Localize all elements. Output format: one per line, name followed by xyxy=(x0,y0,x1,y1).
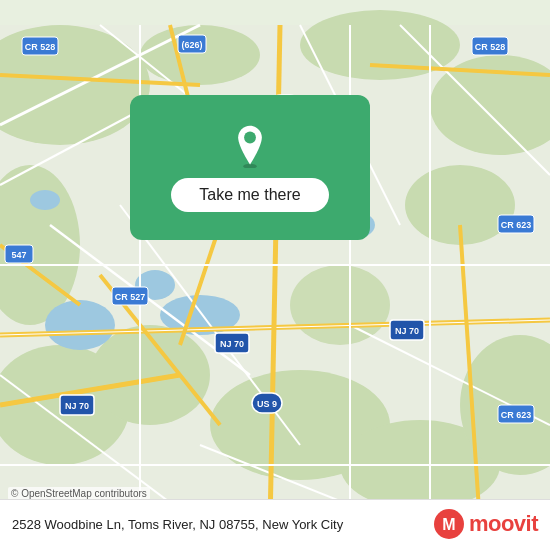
svg-point-16 xyxy=(30,190,60,210)
svg-point-12 xyxy=(290,265,390,345)
moovit-logo-icon: M xyxy=(433,508,465,540)
moovit-logo: M moovit xyxy=(433,508,538,540)
map-background: CR 528 CR 528 (626) US 9 NJ 70 NJ 70 NJ … xyxy=(0,0,550,550)
svg-text:547: 547 xyxy=(11,250,26,260)
svg-text:CR 527: CR 527 xyxy=(115,292,146,302)
svg-text:US 9: US 9 xyxy=(257,399,277,409)
take-me-there-button[interactable]: Take me there xyxy=(171,178,328,212)
svg-text:CR 528: CR 528 xyxy=(475,42,506,52)
svg-text:CR 623: CR 623 xyxy=(501,220,532,230)
svg-text:(626): (626) xyxy=(181,40,202,50)
address-label: 2528 Woodbine Ln, Toms River, NJ 08755, … xyxy=(12,517,433,532)
credit-text: © OpenStreetMap contributors xyxy=(11,488,147,499)
svg-point-13 xyxy=(45,300,115,350)
map-container: CR 528 CR 528 (626) US 9 NJ 70 NJ 70 NJ … xyxy=(0,0,550,550)
svg-text:NJ 70: NJ 70 xyxy=(65,401,89,411)
svg-text:NJ 70: NJ 70 xyxy=(395,326,419,336)
svg-text:NJ 70: NJ 70 xyxy=(220,339,244,349)
svg-text:CR 623: CR 623 xyxy=(501,410,532,420)
location-pin-icon xyxy=(228,124,272,168)
bottom-bar: 2528 Woodbine Ln, Toms River, NJ 08755, … xyxy=(0,499,550,550)
svg-point-2 xyxy=(140,25,260,85)
svg-text:CR 528: CR 528 xyxy=(25,42,56,52)
svg-text:M: M xyxy=(442,516,455,533)
svg-point-69 xyxy=(244,131,256,143)
location-card: Take me there xyxy=(130,95,370,240)
moovit-brand-text: moovit xyxy=(469,511,538,537)
